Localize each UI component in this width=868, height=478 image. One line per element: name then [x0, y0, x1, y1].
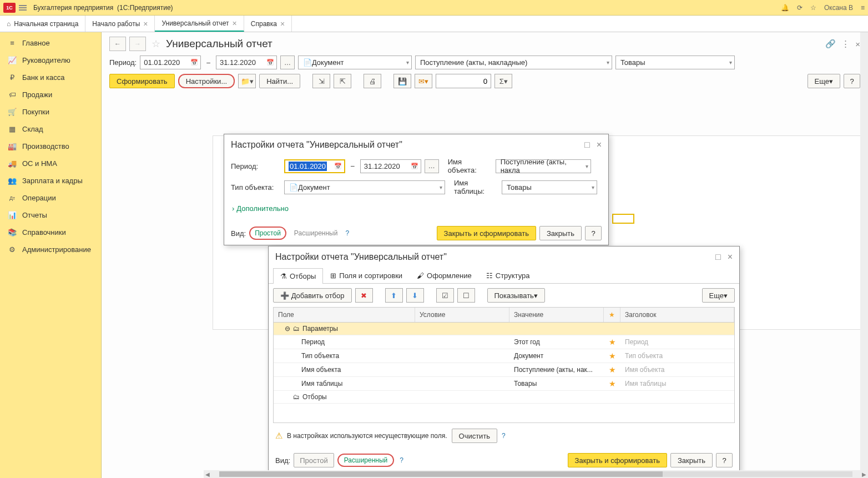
help-button[interactable]: ?: [844, 74, 860, 88]
calendar-icon[interactable]: 📅: [334, 163, 342, 170]
close-page-icon[interactable]: ×: [855, 39, 860, 49]
sidebar-item-admin[interactable]: ⚙Администрирование: [0, 241, 101, 258]
object-name-dropdown[interactable]: Поступление (акты, накладные)▾: [415, 56, 612, 69]
sidebar-item-operations[interactable]: ДтОперации: [0, 189, 101, 207]
calendar-icon[interactable]: 📅: [411, 163, 418, 170]
delete-button[interactable]: ✖: [355, 288, 373, 303]
sidebar-item-purchases[interactable]: 🛒Покупки: [0, 103, 101, 120]
nav-forward-button[interactable]: →: [129, 37, 146, 51]
sidebar-item-warehouse[interactable]: ▦Склад: [0, 120, 101, 138]
sidebar-item-reports[interactable]: 📊Отчеты: [0, 207, 101, 224]
help-icon[interactable]: ?: [345, 229, 349, 237]
nav-back-button[interactable]: ←: [109, 37, 126, 51]
number-input[interactable]: [436, 74, 491, 88]
table-row[interactable]: Тип объектаДокумент★Тип объекта: [274, 349, 734, 363]
table-row[interactable]: ПериодЭтот год★Период: [274, 335, 734, 349]
maximize-icon[interactable]: □: [715, 252, 721, 262]
mail-button[interactable]: ✉▾: [415, 74, 432, 88]
help-button[interactable]: ?: [716, 453, 733, 467]
header-field[interactable]: Поле: [274, 308, 415, 322]
show-button[interactable]: Показывать ▾: [487, 288, 545, 303]
calendar-icon[interactable]: 📅: [266, 59, 274, 66]
view-extended-button[interactable]: Расширенный: [337, 454, 395, 467]
user-name[interactable]: Оксана В: [824, 4, 853, 12]
collapse-button[interactable]: ⇱: [334, 74, 351, 88]
view-simple-button[interactable]: Простой: [249, 227, 286, 240]
sidebar-item-main[interactable]: ≡Главное: [0, 34, 101, 52]
move-down-button[interactable]: ⬇: [406, 288, 424, 303]
collapse-icon[interactable]: ⊖: [285, 325, 290, 333]
sidebar-item-salary[interactable]: 👥Зарплата и кадры: [0, 172, 101, 189]
period-picker-button[interactable]: …: [425, 159, 439, 173]
more-icon[interactable]: ≡: [861, 4, 865, 12]
date-to-input[interactable]: 31.12.2020📅: [216, 56, 277, 69]
help-icon[interactable]: ?: [502, 432, 506, 440]
object-type-dropdown[interactable]: 📄 Документ▾: [298, 56, 412, 69]
header-value[interactable]: Значение: [509, 308, 604, 322]
sidebar-item-bank[interactable]: ₽Банк и касса: [0, 69, 101, 86]
tab-report[interactable]: Универсальный отчет×: [155, 16, 244, 32]
period-picker-button[interactable]: …: [280, 56, 295, 69]
date-from-input[interactable]: 01.01.2020📅: [284, 159, 345, 173]
maximize-icon[interactable]: □: [584, 140, 590, 150]
close-and-form-button[interactable]: Закрыть и сформировать: [437, 226, 536, 240]
objtype-dropdown[interactable]: 📄 Документ▾: [284, 180, 445, 194]
sidebar-item-manager[interactable]: 📈Руководителю: [0, 52, 101, 69]
header-condition[interactable]: Условие: [415, 308, 509, 322]
sidebar-item-assets[interactable]: 🚚ОС и НМА: [0, 155, 101, 172]
sidebar-item-production[interactable]: 🏭Производство: [0, 138, 101, 155]
save-button[interactable]: 💾: [393, 74, 411, 88]
more-button[interactable]: Еще ▾: [808, 74, 840, 88]
close-button[interactable]: Закрыть: [670, 453, 713, 467]
sum-button[interactable]: Σ▾: [494, 74, 512, 88]
more-link[interactable]: ›Дополнительно: [231, 200, 602, 217]
link-icon[interactable]: 🔗: [825, 39, 836, 49]
folder-button[interactable]: 📁▾: [238, 74, 256, 88]
move-up-button[interactable]: ⬆: [385, 288, 403, 303]
close-icon[interactable]: ×: [280, 19, 285, 28]
scrollbar-horizontal[interactable]: ◀ ▶: [204, 470, 868, 478]
check-all-button[interactable]: ☑: [436, 288, 454, 303]
tab-start[interactable]: Начало работы×: [85, 16, 155, 32]
tab-home[interactable]: ⌂Начальная страница: [0, 16, 85, 32]
scrollbar-thumb[interactable]: [219, 471, 663, 477]
history-icon[interactable]: ⟳: [797, 4, 803, 12]
kebab-icon[interactable]: ⋮: [841, 39, 850, 49]
print-button[interactable]: 🖨: [364, 74, 381, 88]
close-icon[interactable]: ×: [597, 140, 602, 150]
table-row[interactable]: Имя объектаПоступление (акты, нак...★Имя…: [274, 363, 734, 377]
table-name-dropdown[interactable]: Товары▾: [615, 56, 735, 69]
favorite-icon[interactable]: ☆: [152, 38, 160, 50]
tab-appearance[interactable]: 🖌Оформление: [410, 268, 479, 283]
objname-dropdown[interactable]: Поступление (акты, накла▾: [496, 159, 591, 173]
scroll-right-icon[interactable]: ▶: [860, 471, 868, 477]
date-from-input[interactable]: 01.01.2020📅: [140, 56, 201, 69]
form-button[interactable]: Сформировать: [109, 74, 175, 88]
clear-button[interactable]: Очистить: [452, 429, 498, 443]
bell-icon[interactable]: 🔔: [781, 4, 789, 12]
view-extended-button[interactable]: Расширенный: [290, 228, 342, 239]
scroll-left-icon[interactable]: ◀: [204, 471, 211, 477]
close-icon[interactable]: ×: [143, 19, 148, 28]
table-row[interactable]: ⊖🗂Параметры: [274, 323, 734, 335]
settings-button[interactable]: Настройки...: [178, 74, 235, 88]
calendar-icon[interactable]: 📅: [190, 59, 198, 66]
add-filter-button[interactable]: ➕ Добавить отбор: [273, 288, 352, 303]
tblname-dropdown[interactable]: Товары▾: [502, 180, 597, 194]
tab-help[interactable]: Справка×: [244, 16, 292, 32]
close-button[interactable]: Закрыть: [539, 226, 582, 240]
scrollbar-vertical[interactable]: [860, 32, 868, 470]
tab-structure[interactable]: ☷Структура: [479, 268, 537, 283]
find-button[interactable]: Найти...: [259, 74, 300, 88]
help-icon[interactable]: ?: [400, 456, 403, 464]
date-to-input[interactable]: 31.12.2020📅: [360, 159, 421, 173]
uncheck-all-button[interactable]: ☐: [457, 288, 475, 303]
close-icon[interactable]: ×: [233, 19, 237, 28]
star-icon[interactable]: ☆: [810, 4, 816, 12]
close-and-form-button[interactable]: Закрыть и сформировать: [568, 453, 667, 467]
sidebar-item-catalogs[interactable]: 📚Справочники: [0, 224, 101, 241]
view-simple-button[interactable]: Простой: [294, 453, 334, 467]
expand-button[interactable]: ⇲: [312, 74, 330, 88]
tab-filters[interactable]: ⚗Отборы: [273, 268, 323, 284]
menu-icon[interactable]: [19, 4, 29, 12]
